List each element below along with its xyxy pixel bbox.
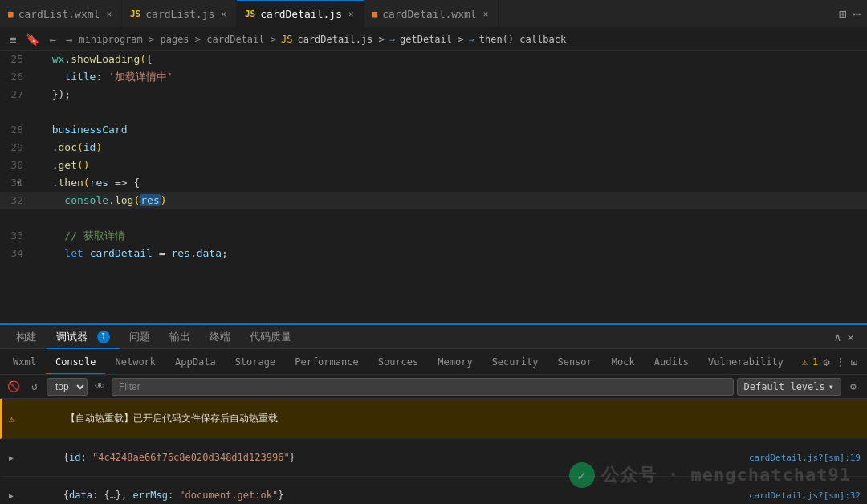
sidebar-toggle-btn[interactable]: ≡ [6, 31, 19, 47]
msg-source[interactable]: cardDetail.js?[sm]:32 [749, 490, 861, 501]
levels-arrow-icon: ▾ [828, 381, 834, 392]
devtools-tab-label: Vulnerability [708, 356, 784, 368]
more-options-icon[interactable]: ⋯ [853, 6, 861, 22]
tab-close-btn[interactable]: ✕ [219, 8, 228, 20]
collapse-panel-icon[interactable]: ∧ [834, 331, 841, 343]
panel-tab-label: 构建 [16, 331, 37, 343]
line-content: title: '加载详情中' [36, 68, 867, 86]
line-content: businessCard [36, 121, 867, 139]
panel-tab-codequality[interactable]: 代码质量 [240, 325, 301, 349]
devtools-tab-storage[interactable]: Storage [226, 349, 286, 375]
close-panel-icon[interactable]: ✕ [848, 331, 854, 343]
devtools-tab-security[interactable]: Security [482, 349, 548, 375]
panel-tab-debugger[interactable]: 调试器 1 [47, 325, 120, 349]
eye-btn[interactable]: 👁 [91, 378, 108, 396]
breadcrumb-func1: getDetail > [400, 34, 463, 45]
panel-tab-label: 输出 [169, 331, 190, 343]
context-select[interactable]: top [47, 378, 88, 396]
bookmark-icon[interactable]: 🔖 [22, 31, 43, 47]
devtools-tab-vulnerability[interactable]: Vulnerability [698, 349, 793, 375]
console-msg-id[interactable]: ▶ {id: "4c4248ae66f76c8e020d348d1d123996… [0, 439, 867, 477]
devtools-gear-icon[interactable]: ⚙ [823, 356, 829, 368]
warning-msg-icon: ⚠ [9, 413, 14, 425]
devtools-tab-console[interactable]: Console [46, 349, 106, 375]
panel-tab-label: 代码质量 [250, 331, 291, 343]
tab-cardDetail-wxml[interactable]: ■ cardDetail.wxml ✕ [364, 0, 499, 28]
panel-tab-terminal[interactable]: 终端 [200, 325, 240, 349]
msg-text: {id: "4c4248ae66f76c8e020d348d1d123996"} [17, 441, 743, 474]
breadcrumb: ≡ 🔖 ← → miniprogram > pages > cardDetail… [0, 28, 867, 51]
tab-label: cardList.wxml [18, 8, 100, 20]
devtools-dock-icon[interactable]: ⊡ [851, 356, 857, 368]
line-content: let cardDetail = res.data; [36, 245, 867, 262]
breadcrumb-path: miniprogram > pages > cardDetail > [79, 34, 276, 45]
breadcrumb-file: cardDetail.js > [297, 34, 384, 45]
tab-close-btn[interactable]: ✕ [104, 8, 113, 20]
code-editor[interactable]: 25 wx.showLoading({ 26 title: '加载详情中' 27… [0, 51, 867, 323]
levels-label: Default levels [744, 381, 825, 392]
devtools-tab-sensor[interactable]: Sensor [547, 349, 601, 375]
fold-arrow-icon[interactable]: ▾ [16, 174, 21, 192]
tab-cardList-js[interactable]: JS cardList.js ✕ [122, 0, 237, 28]
code-line-34: 34 let cardDetail = res.data; [0, 245, 867, 262]
line-number: 30 [0, 156, 36, 174]
tab-close-btn[interactable]: ✕ [482, 8, 490, 20]
line-number: 27 [0, 86, 36, 104]
devtools-tab-label: Console [55, 356, 96, 368]
devtools-tab-appdata[interactable]: AppData [165, 349, 226, 375]
devtools-tab-sources[interactable]: Sources [368, 349, 429, 375]
console-msg-data[interactable]: ▶ {data: {…}, errMsg: "document.get:ok"}… [0, 477, 867, 503]
wxml-icon: ■ [8, 9, 14, 19]
code-line-27: 27 }); [0, 86, 867, 104]
filter-input[interactable] [112, 378, 734, 396]
code-line-31: ▾ 31 .then(res => { [0, 174, 867, 192]
devtools-tab-label: Mock [612, 356, 635, 368]
devtools-tab-label: Sources [378, 356, 419, 368]
tab-cardList-wxml[interactable]: ■ cardList.wxml ✕ [0, 0, 122, 28]
reload-btn[interactable]: ↺ [26, 378, 43, 396]
devtools-tab-mock[interactable]: Mock [602, 349, 645, 375]
line-number: 28 [0, 121, 36, 139]
code-line-28: 28 businessCard [0, 121, 867, 139]
breadcrumb-arrow-icon: ⇒ [389, 34, 395, 45]
line-content: .get() [36, 156, 867, 174]
js-icon: JS [245, 9, 255, 19]
devtools-actions: ⚠ 1 ⚙ ⋮ ⊡ [796, 356, 864, 368]
line-number: 26 [0, 68, 36, 86]
tab-close-btn[interactable]: ✕ [347, 8, 356, 20]
panel-tab-label: 调试器 [56, 331, 88, 343]
panel-tab-build[interactable]: 构建 [6, 325, 47, 349]
devtools-tab-label: Performance [295, 356, 358, 368]
tab-label: cardDetail.wxml [382, 8, 476, 20]
breadcrumb-arrow2-icon: ⇒ [469, 34, 474, 45]
tab-cardDetail-js[interactable]: JS cardDetail.js ✕ [237, 0, 364, 28]
line-content: console.log(res) [36, 192, 867, 209]
code-line-blank1 [0, 104, 867, 121]
devtools-tab-label: Wxml [13, 356, 36, 368]
console-msg-warning: ⚠ 【自动热重载】已开启代码文件保存后自动热重载 [0, 399, 867, 439]
devtools-more-icon[interactable]: ⋮ [835, 356, 846, 368]
expand-icon[interactable]: ▶ [9, 453, 14, 462]
line-content: }); [36, 86, 867, 104]
panel-tab-issues[interactable]: 问题 [120, 325, 160, 349]
expand-icon[interactable]: ▶ [9, 491, 14, 500]
devtools-tab-label: Audits [654, 356, 689, 368]
split-editor-icon[interactable]: ⊞ [839, 6, 847, 22]
devtools-tab-network[interactable]: Network [105, 349, 165, 375]
panel-tab-label: 终端 [210, 331, 230, 343]
console-toolbar: 🚫 ↺ top 👁 Default levels ▾ ⚙ [0, 375, 867, 399]
clear-console-btn[interactable]: 🚫 [5, 378, 22, 396]
console-gear-icon[interactable]: ⚙ [845, 378, 862, 396]
back-btn[interactable]: ← [46, 31, 59, 47]
devtools-tab-audits[interactable]: Audits [645, 349, 698, 375]
panel-tab-label: 问题 [129, 331, 150, 343]
msg-source[interactable]: cardDetail.js?[sm]:19 [749, 453, 861, 463]
devtools-tab-performance[interactable]: Performance [285, 349, 368, 375]
devtools-tab-memory[interactable]: Memory [428, 349, 482, 375]
levels-btn[interactable]: Default levels ▾ [737, 378, 841, 396]
console-messages[interactable]: ⚠ 【自动热重载】已开启代码文件保存后自动热重载 ▶ {id: "4c4248a… [0, 399, 867, 503]
forward-btn[interactable]: → [63, 31, 75, 47]
devtools-tab-wxml[interactable]: Wxml [3, 349, 46, 375]
code-lines: 25 wx.showLoading({ 26 title: '加载详情中' 27… [0, 51, 867, 262]
panel-tab-output[interactable]: 输出 [160, 325, 200, 349]
